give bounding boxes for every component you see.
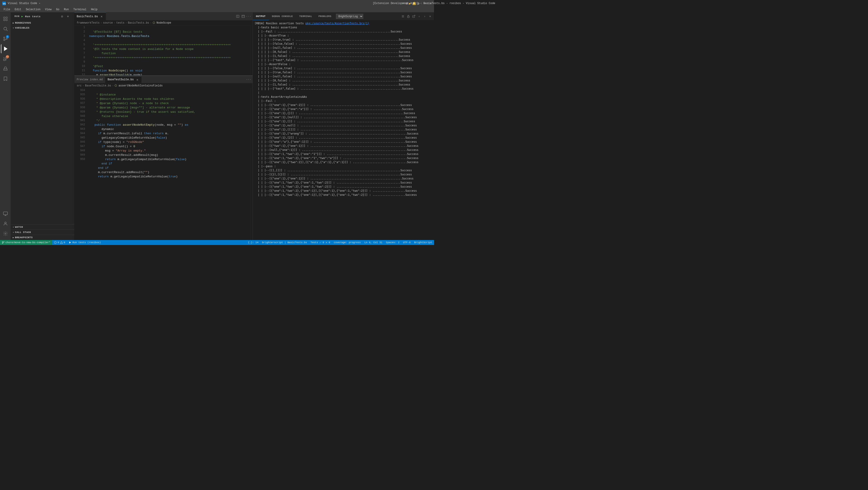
callstack-label: CALL STACK — [15, 231, 31, 234]
panel-tab-output[interactable]: OUTPUT — [253, 12, 269, 20]
activity-run-debug[interactable] — [1, 44, 10, 53]
top-scrollbar[interactable] — [248, 25, 251, 75]
panel-tab-terminal[interactable]: TERMINAL — [296, 12, 315, 20]
status-branch[interactable]: chore/move-to-new-bs-compiler* — [0, 240, 52, 245]
output-line-38: | | |--[{"one":1},{"one":1}]] : ........… — [254, 177, 432, 181]
callstack-header[interactable]: ▾ CALL STACK — [11, 230, 74, 235]
language-label: brighterscript | BasicTests.bs — [262, 241, 307, 244]
panel-close-btn[interactable]: ✕ — [428, 14, 433, 19]
status-tests[interactable]: Tests 0 0 — [309, 240, 332, 245]
layout-btn[interactable] — [241, 14, 246, 19]
bottom-breadcrumb: src › BaseTestSuite.bs › ⬡ assertNodeNot… — [74, 83, 252, 88]
status-line-col[interactable]: Ln 9, Col 31 — [363, 240, 384, 245]
bc-assertnode[interactable]: ⬡ assertNodeNotContainsFields — [115, 84, 163, 87]
clear-output-btn[interactable] — [400, 14, 405, 19]
output-line-42: | | |--[{"one":1,"two":2},{"one":1}],[{"… — [254, 193, 432, 197]
breadcrumb-nodescope[interactable]: ⬡ NodeScope — [153, 21, 171, 25]
rendezvous-section[interactable]: ▶ RENDEZVOUS — [11, 21, 74, 25]
menu-run[interactable]: Run — [62, 7, 71, 11]
bc-basetestsuite[interactable]: BaseTestSuite.bs — [85, 84, 111, 87]
tab-basetestsuite-label: BaseTestSuite.bs — [107, 78, 134, 81]
lang-label: BrightScript — [414, 241, 432, 244]
bottom-code-content[interactable]: * @instance * @description Asserts the n… — [87, 88, 248, 240]
top-tab-actions: ··· — [234, 12, 252, 20]
status-spaces[interactable]: Spaces: 2 — [384, 240, 401, 245]
tab-basetestsuite[interactable]: BaseTestSuite.bs ✕ — [105, 76, 142, 83]
bottom-more-btn[interactable]: ··· — [246, 77, 251, 82]
error-count: 0 — [58, 241, 59, 244]
top-breadcrumb: frameworkTests › source › tests › BasicT… — [74, 21, 252, 25]
status-encoding[interactable]: UTF-8 — [401, 240, 412, 245]
svg-line-29 — [413, 15, 415, 17]
top-code-content[interactable]: '@TestSuite [BT] Basic tests namespace R… — [87, 25, 248, 75]
bottom-minimap — [251, 88, 252, 240]
activity-testing[interactable] — [1, 64, 10, 73]
activity-bookmark[interactable] — [1, 74, 10, 83]
panel-tab-problems[interactable]: PROBLEMS — [315, 12, 335, 20]
more-actions-btn[interactable]: ··· — [246, 14, 251, 19]
panel-nav-next[interactable]: › — [422, 14, 427, 19]
activity-search[interactable] — [1, 24, 10, 33]
tab-basetestsuite-close[interactable]: ✕ — [135, 78, 139, 82]
activity-explorer[interactable] — [1, 14, 10, 23]
output-line-2: | |--Fail : ............................… — [254, 30, 432, 34]
activity-account[interactable] — [1, 219, 10, 228]
output-line-30: | | |--[{"two":1},{"one":1}]] : ........… — [254, 144, 432, 148]
variables-header[interactable]: ▾ VARIABLES — [11, 25, 74, 30]
watch-header[interactable]: ▾ WATCH — [11, 224, 74, 229]
output-source-dropdown[interactable]: BrightScript Log — [336, 14, 363, 19]
chevron-icon: ▾ — [39, 2, 40, 5]
split-editor-btn[interactable] — [235, 14, 240, 19]
lock-output-btn[interactable] — [406, 14, 411, 19]
panel-toolbar: ‹ › ✕ — [399, 12, 434, 20]
watch-section: ▾ WATCH — [11, 224, 74, 229]
debug-settings-btn[interactable]: ⚙ — [60, 14, 65, 19]
check-small-icon — [319, 241, 322, 244]
bottom-scrollbar[interactable] — [248, 88, 251, 240]
cursor-label: {.}: 14 — [248, 241, 258, 244]
tab-preview[interactable]: Preview index.md — [74, 76, 105, 83]
tab-basictests-close[interactable]: ✕ — [100, 15, 103, 19]
status-lang[interactable]: BrightScript — [412, 240, 434, 245]
breadcrumb-basictests[interactable]: BasicTests.bs — [128, 21, 149, 25]
sidebar-header: RUN ▶ Run tests ⚙ + — [11, 12, 74, 21]
status-cursor[interactable]: {.}: 14 — [246, 240, 260, 245]
output-line-10: | | |--AssertFalse : — [254, 62, 432, 66]
breakpoints-header[interactable]: ▶ BREAKPOINTS — [11, 235, 74, 240]
activity-settings[interactable] — [1, 229, 10, 238]
status-coverage[interactable]: coverage: progress — [332, 240, 363, 245]
editor-area: BasicTests.bs ✕ ··· frameworkTests › sou… — [74, 12, 252, 240]
bc-src[interactable]: src — [77, 84, 82, 87]
menu-edit[interactable]: Edit — [13, 7, 23, 11]
sidebar-toolbar: ⚙ + — [60, 14, 70, 19]
status-language[interactable]: brighterscript | BasicTests.bs — [260, 240, 309, 245]
tab-basictests[interactable]: BasicTests.bs ✕ — [74, 12, 106, 20]
svg-point-20 — [5, 233, 6, 234]
activity-source-control[interactable]: 1 — [1, 34, 10, 43]
breadcrumb-frameworktests[interactable]: frameworkTests — [77, 21, 100, 25]
activity-remote[interactable] — [1, 209, 10, 218]
open-editor-btn[interactable] — [411, 14, 416, 19]
status-errors[interactable]: 0 0 — [52, 240, 67, 245]
menu-terminal[interactable]: Terminal — [71, 7, 88, 11]
menu-file[interactable]: File — [2, 7, 12, 11]
breadcrumb-tests[interactable]: tests — [116, 21, 124, 25]
menu-view[interactable]: View — [43, 7, 53, 11]
activity-extensions[interactable]: 22 — [1, 54, 10, 63]
menu-help[interactable]: Help — [89, 7, 99, 11]
warning-icon — [60, 241, 63, 244]
panel-tab-debug-console[interactable]: DEBUG CONSOLE — [269, 12, 296, 20]
status-run-tests[interactable]: Run tests (rooibos) — [67, 240, 102, 245]
output-panel: OUTPUT DEBUG CONSOLE TERMINAL PROBLEMS B… — [252, 12, 434, 240]
output-link-assertions[interactable]: pkg:/source/tests/AssertionTests.brs(1) — [305, 22, 369, 25]
statusbar: chore/move-to-new-bs-compiler* 0 0 Run t… — [0, 240, 434, 245]
panel-nav-prev[interactable]: ‹ — [417, 14, 422, 19]
callstack-section: ▾ CALL STACK — [11, 229, 74, 235]
menu-selection[interactable]: Selection — [24, 7, 42, 11]
menu-go[interactable]: Go — [54, 7, 61, 11]
debug-add-btn[interactable]: + — [66, 14, 70, 19]
breadcrumb-source[interactable]: source — [103, 21, 113, 25]
run-btn[interactable]: Run tests — [25, 15, 41, 18]
svg-point-9 — [3, 39, 5, 41]
top-tab-bar: BasicTests.bs ✕ ··· — [74, 12, 252, 21]
